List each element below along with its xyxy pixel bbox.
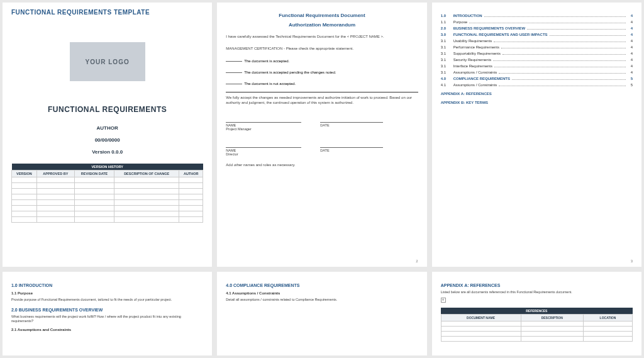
table-row [12, 183, 203, 189]
ref-title: REFERENCES [441, 308, 632, 315]
section-business: 2.0 BUSINESS REQUIREMENTS OVERVIEW [11, 308, 203, 312]
appendix-a-label: APPENDIX A: REFERENCES [441, 92, 633, 96]
accept-text: We fully accept the changes as needed im… [226, 95, 418, 106]
subsection-purpose: 1.1 Purpose [11, 291, 203, 295]
table-row [12, 189, 203, 194]
references-table: REFERENCES DOCUMENT NAME DESCRIPTION LOC… [441, 308, 633, 342]
appendix-a-heading: APPENDIX A: REFERENCES [441, 283, 633, 288]
table-row [441, 331, 632, 336]
appendix-b-label: APPENDIX B: KEY TERMS [441, 101, 633, 104]
template-header: FUNCTIONAL REQUIREMENTS TEMPLATE [11, 9, 203, 16]
table-row [441, 336, 632, 341]
vh-title: VERSION HISTORY [12, 164, 203, 171]
subsection-compliance-assumptions: 4.1 Assumptions / Constraints [226, 291, 418, 295]
page-references: APPENDIX A: REFERENCES Listed below are … [432, 272, 641, 355]
table-row [441, 321, 632, 326]
table-row [12, 177, 203, 183]
check-accepted: The document is accepted. [226, 59, 418, 63]
toc-entry: 3.1Usability Requirements4 [441, 39, 633, 43]
section-intro: 1.0 INTRODUCTION [11, 283, 203, 288]
page-compliance: 4.0 COMPLIANCE REQUIREMENTS 4.1 Assumpti… [217, 272, 426, 355]
section-compliance: 4.0 COMPLIANCE REQUIREMENTS [226, 283, 418, 288]
logo-placeholder: YOUR LOGO [70, 42, 145, 81]
table-row [12, 206, 203, 211]
toc-entry: 4.1Assumptions / Constraints5 [441, 83, 633, 87]
toc-entry: 3.0FUNCTIONAL REQUIREMENTS AND USER IMPA… [441, 33, 633, 36]
references-intro: Listed below are all documents reference… [441, 290, 633, 295]
check-rejected: The document is not accepted. [226, 82, 418, 86]
signature-date1: DATE [320, 122, 383, 131]
check-pending: The document is accepted pending the cha… [226, 70, 418, 74]
business-text: What business requirements will the proj… [11, 315, 203, 324]
table-row [12, 217, 203, 223]
toc-entry: 3.1Supportability Requirements4 [441, 52, 633, 55]
auth-cert: MANAGEMENT CERTIFICATION - Please check … [226, 46, 418, 52]
page-authorization: Functional Requirements Document Authori… [217, 3, 426, 267]
signature-date2: DATE [320, 147, 383, 156]
page-intro: 1.0 INTRODUCTION 1.1 Purpose Provide pur… [3, 272, 212, 355]
auth-title1: Functional Requirements Document [226, 13, 418, 18]
version-history-table: VERSION HISTORY VERSION APPROVED BY REVI… [11, 164, 203, 223]
date-placeholder: 00/00/0000 [11, 137, 203, 143]
table-row [441, 326, 632, 331]
table-row [12, 211, 203, 217]
toc-entry: 3.1Performance Requirements4 [441, 45, 633, 49]
subsection-assumptions: 2.1 Assumptions and Constraints [11, 328, 203, 332]
auth-intro: I have carefully assessed the Technical … [226, 34, 418, 40]
toc-entry: 1.1Purpose4 [441, 20, 633, 24]
page-cover: FUNCTIONAL REQUIREMENTS TEMPLATE YOUR LO… [3, 3, 212, 267]
toc-entry: 3.1Assumptions / Constraints4 [441, 70, 633, 74]
author-label: AUTHOR [11, 125, 203, 131]
signature-director: NAME Director [226, 147, 301, 156]
document-title: FUNCTIONAL REQUIREMENTS [11, 105, 203, 114]
toc-entry: 2.0BUSINESS REQUIREMENTS OVERVIEW4 [441, 26, 633, 30]
toc-entry: 1.0INTRODUCTION4 [441, 14, 633, 18]
toc-entry: 4.0COMPLIANCE REQUIREMENTS5 [441, 77, 633, 81]
version-label: Version 0.0.0 [11, 149, 203, 155]
toc-entry: 3.1Security Requirements4 [441, 58, 633, 62]
table-row [12, 194, 203, 200]
signature-pm: NAME Project Manager [226, 122, 301, 131]
page-number: 3 [631, 259, 633, 263]
toc-entry: 3.1Interface Requirements4 [441, 64, 633, 68]
purpose-text: Provide purpose of Functional Requiremen… [11, 298, 203, 303]
table-row [12, 200, 203, 206]
add-names-note: Add other names and roles as necessary. [226, 162, 418, 168]
auth-title2: Authorization Memorandum [226, 22, 418, 28]
compliance-text: Detail all assumptions / constraints rel… [226, 298, 418, 303]
page-toc: 1.0INTRODUCTION41.1Purpose42.0BUSINESS R… [432, 3, 641, 267]
expand-icon[interactable]: + [441, 298, 446, 303]
page-number: 2 [416, 259, 418, 263]
